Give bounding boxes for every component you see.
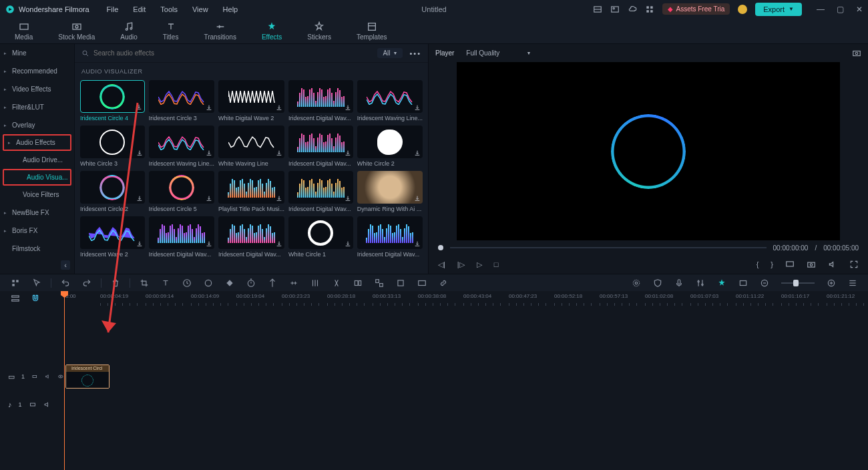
- stop-button[interactable]: □: [494, 260, 499, 268]
- effect-item[interactable]: White Circle 2: [357, 126, 423, 167]
- crop-icon[interactable]: [140, 278, 149, 288]
- effect-item[interactable]: Iridescent Digital Wav...: [149, 216, 214, 258]
- effect-item[interactable]: Dynamic Ring With Ai ...: [357, 171, 423, 212]
- link-icon[interactable]: [439, 278, 448, 288]
- mixer-icon[interactable]: [696, 278, 705, 288]
- volume-icon[interactable]: [828, 260, 837, 269]
- sidebar-item-audio-visua-[interactable]: Audio Visua...: [3, 169, 71, 186]
- tab-media[interactable]: Media: [15, 21, 33, 41]
- coin-icon[interactable]: [738, 5, 747, 14]
- effect-item[interactable]: Iridescent Circle 2: [80, 171, 145, 212]
- effect-item[interactable]: Iridescent Circle 5: [149, 171, 214, 212]
- effect-item[interactable]: White Waving Line: [218, 126, 284, 167]
- sidebar-item-voice-filters[interactable]: Voice Filters: [0, 186, 74, 204]
- shield-icon[interactable]: [653, 278, 662, 288]
- track-options-icon[interactable]: [11, 294, 20, 303]
- track-mute-icon[interactable]: [43, 401, 51, 409]
- text-icon[interactable]: [161, 278, 170, 288]
- snapshot-icon[interactable]: [852, 49, 861, 58]
- menu-view[interactable]: View: [192, 5, 208, 13]
- freeze-icon[interactable]: [396, 278, 405, 288]
- sidebar-item-video-effects[interactable]: ▸Video Effects: [0, 80, 74, 98]
- track-add-icon[interactable]: [31, 373, 38, 381]
- cursor-tool-icon[interactable]: [32, 278, 41, 288]
- camera-icon[interactable]: [807, 260, 816, 269]
- window-maximize-button[interactable]: ▢: [837, 5, 844, 14]
- tab-titles[interactable]: Titles: [163, 21, 179, 41]
- sidebar-item-overlay[interactable]: ▸Overlay: [0, 116, 74, 134]
- cloud-icon[interactable]: [628, 5, 637, 14]
- keyframe-icon[interactable]: [225, 278, 234, 288]
- zoom-slider[interactable]: [781, 282, 815, 284]
- preview-canvas[interactable]: [457, 62, 840, 240]
- sidebar-item-mine[interactable]: ▸Mine: [0, 44, 74, 62]
- fit-icon[interactable]: [738, 278, 748, 288]
- window-close-button[interactable]: ✕: [856, 5, 863, 14]
- fullscreen-icon[interactable]: [849, 260, 859, 269]
- effect-item[interactable]: Iridescent Digital Wav...: [288, 171, 353, 212]
- effect-item[interactable]: White Digital Wave 2: [218, 80, 284, 122]
- adjust-icon[interactable]: [310, 278, 320, 288]
- bracket-in-button[interactable]: {: [756, 260, 759, 268]
- snap-icon[interactable]: [717, 278, 726, 288]
- split-icon[interactable]: [332, 278, 341, 288]
- list-view-icon[interactable]: [848, 278, 857, 288]
- undo-icon[interactable]: [61, 278, 70, 288]
- timeline-clip[interactable]: Iridescent Circl: [65, 365, 110, 389]
- export-button[interactable]: Export▼: [755, 3, 802, 16]
- sidebar-item-boris-fx[interactable]: ▸Boris FX: [0, 222, 74, 240]
- zoom-in-icon[interactable]: [827, 278, 836, 288]
- redo-icon[interactable]: [82, 278, 91, 288]
- tab-stock-media[interactable]: Stock Media: [58, 21, 95, 41]
- effect-item[interactable]: Iridescent Circle 3: [149, 80, 214, 122]
- ripple-icon[interactable]: [289, 278, 298, 288]
- bracket-out-button[interactable]: }: [771, 260, 773, 268]
- zoom-out-icon[interactable]: [760, 278, 769, 288]
- delete-icon[interactable]: [111, 278, 120, 288]
- effect-item[interactable]: Iridescent Waving Line...: [149, 126, 214, 167]
- effect-item[interactable]: Playlist Title Pack Musi...: [218, 171, 284, 212]
- quality-dropdown[interactable]: Full Quality▼: [466, 49, 531, 57]
- play-start-button[interactable]: |▷: [457, 260, 465, 269]
- effect-item[interactable]: Iridescent Digital Wav...: [357, 216, 423, 258]
- render-icon[interactable]: [417, 278, 427, 288]
- effect-item[interactable]: White Circle 1: [288, 216, 353, 258]
- effect-item[interactable]: Iridescent Digital Wav...: [288, 80, 353, 122]
- sidebar-item-newblue-fx[interactable]: ▸NewBlue FX: [0, 204, 74, 222]
- menu-help[interactable]: Help: [223, 5, 238, 13]
- tab-stickers[interactable]: Stickers: [307, 21, 331, 41]
- color-icon[interactable]: [204, 278, 213, 288]
- track-add-icon[interactable]: [29, 401, 37, 409]
- layout-icon[interactable]: [593, 5, 602, 14]
- timer-icon[interactable]: [246, 278, 256, 288]
- play-button[interactable]: ▷: [477, 260, 482, 269]
- assets-free-trial-button[interactable]: ◆Assets Free Tria: [662, 3, 730, 15]
- image-icon[interactable]: [610, 5, 620, 14]
- window-minimize-button[interactable]: ―: [817, 5, 825, 14]
- grid-icon[interactable]: [645, 5, 654, 14]
- search-input[interactable]: [93, 49, 371, 57]
- group-icon[interactable]: [375, 278, 384, 288]
- auto-ripple-icon[interactable]: [632, 278, 641, 288]
- menu-edit[interactable]: Edit: [133, 5, 146, 13]
- tab-templates[interactable]: Templates: [357, 21, 387, 41]
- sidebar-item-audio-drive-[interactable]: Audio Drive...: [0, 151, 74, 169]
- select-tool-icon[interactable]: [11, 278, 20, 288]
- tab-audio[interactable]: Audio: [120, 21, 138, 41]
- effect-item[interactable]: Iridescent Circle 4: [80, 80, 145, 122]
- sidebar-collapse-button[interactable]: ‹: [61, 260, 70, 270]
- effect-item[interactable]: Iridescent Digital Wav...: [218, 216, 284, 258]
- effect-item[interactable]: White Circle 3: [80, 126, 145, 167]
- sidebar-item-filmstock[interactable]: Filmstock: [0, 240, 74, 258]
- scrub-handle[interactable]: [438, 245, 443, 250]
- filter-dropdown[interactable]: All▼: [377, 48, 403, 58]
- menu-file[interactable]: File: [107, 5, 119, 13]
- speed-icon[interactable]: [182, 278, 192, 288]
- display-icon[interactable]: [785, 260, 795, 269]
- effect-item[interactable]: Iridescent Waving Line...: [357, 80, 423, 122]
- tab-effects[interactable]: Effects: [262, 21, 282, 41]
- sidebar-item-audio-effects[interactable]: ▸Audio Effects: [3, 134, 71, 151]
- playhead[interactable]: [64, 291, 65, 470]
- marker-icon[interactable]: [268, 278, 277, 288]
- sidebar-item-recommended[interactable]: ▸Recommended: [0, 62, 74, 80]
